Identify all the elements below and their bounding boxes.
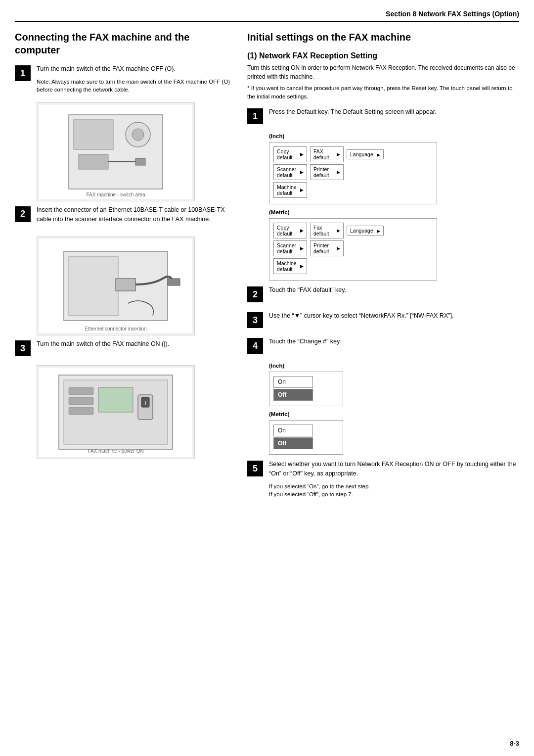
right-step-4-content: Touch the “Change #” key.: [269, 337, 519, 350]
svg-rect-4: [79, 154, 108, 169]
right-step-number-1: 1: [247, 108, 263, 124]
step-number-3: 3: [15, 340, 31, 356]
step-1-note: Note: Always make sure to turn the main …: [37, 78, 232, 94]
step-1-text: Turn the main switch of the FAX machine …: [37, 64, 232, 74]
note-text: * If you want to cancel the procedure pa…: [247, 84, 519, 100]
right-step-number-3: 3: [247, 312, 263, 328]
step-number-2: 2: [15, 206, 31, 222]
right-step-3: 3 Use the “▼” cursor key to select “Netw…: [247, 311, 519, 328]
right-step-5-note1: If you selected “On”, go to the next ste…: [269, 482, 519, 490]
screen-inch-row3: Machinedefault ▶: [273, 182, 433, 198]
right-step-2-text: Touch the “FAX default” key.: [269, 285, 519, 295]
screen-inch-row1: Copydefault ▶ FAXdefault ▶ Language ▶: [273, 146, 433, 162]
right-step-4-text: Touch the “Change #” key.: [269, 337, 519, 346]
right-step-2: 2 Touch the “FAX default” key.: [247, 285, 519, 302]
subsection-title: (1) Network FAX Reception Setting: [247, 51, 519, 60]
svg-rect-9: [69, 256, 118, 316]
right-step-number-5: 5: [247, 461, 263, 476]
svg-rect-15: [69, 387, 93, 395]
right-step-3-text: Use the “▼” cursor key to select “Networ…: [269, 311, 519, 321]
page: Section 8 Network FAX Settings (Option) …: [0, 0, 534, 756]
fax-default-btn-metric[interactable]: Faxdefault ▶: [310, 223, 344, 238]
off-btn-inch[interactable]: Off: [273, 389, 313, 401]
svg-rect-21: [98, 387, 133, 412]
left-step-3: 3 Turn the main switch of the FAX machin…: [15, 339, 232, 356]
step-number-1: 1: [15, 65, 31, 81]
left-column: Connecting the FAX machine and the compu…: [15, 31, 232, 507]
svg-rect-16: [69, 397, 93, 405]
image-fax-switch: FAX machine - switch area: [37, 102, 195, 201]
screen-metric-row1: Copydefault ▶ Faxdefault ▶ Language ▶: [273, 223, 433, 238]
copy-default-btn-inch[interactable]: Copydefault ▶: [273, 146, 307, 162]
right-step-1-content: Press the Default key. The Default Setti…: [269, 107, 519, 121]
on-btn-metric[interactable]: On: [273, 425, 313, 436]
label-metric-2: (Metric): [269, 411, 519, 417]
right-step-3-content: Use the “▼” cursor key to select “Networ…: [269, 311, 519, 325]
svg-rect-11: [168, 279, 180, 285]
language-btn-inch[interactable]: Language ▶: [347, 149, 384, 159]
right-step-1-text: Press the Default key. The Default Setti…: [269, 107, 519, 117]
screen-metric-row3: Machinedefault ▶: [273, 258, 433, 274]
printer-default-btn-metric[interactable]: Printerdefault ▶: [310, 240, 344, 256]
svg-rect-10: [116, 279, 135, 291]
right-step-number-4: 4: [247, 338, 263, 354]
right-step-5-note2: If you selected “Off”, go to step 7.: [269, 490, 519, 498]
right-step-4: 4 Touch the “Change #” key.: [247, 337, 519, 354]
svg-text:FAX machine - power ON: FAX machine - power ON: [88, 448, 143, 454]
left-step-1: 1 Turn the main switch of the FAX machin…: [15, 64, 232, 94]
header-text: Section 8 Network FAX Settings (Option): [386, 10, 519, 18]
main-columns: Connecting the FAX machine and the compu…: [15, 31, 519, 507]
language-btn-metric[interactable]: Language ▶: [347, 226, 384, 236]
page-footer: 8-3: [510, 740, 519, 747]
onoff-panel-metric: On Off: [269, 420, 343, 455]
copy-default-btn-metric[interactable]: Copydefault ▶: [273, 223, 307, 238]
step-3-text: Turn the main switch of the FAX machine …: [37, 339, 232, 349]
machine-default-btn-inch[interactable]: Machinedefault ▶: [273, 182, 307, 198]
onoff-panel-inch: On Off: [269, 372, 343, 406]
right-step-5: 5 Select whether you want to turn Networ…: [247, 460, 519, 498]
machine-default-btn-metric[interactable]: Machinedefault ▶: [273, 258, 307, 274]
svg-text:FAX machine - switch area: FAX machine - switch area: [87, 192, 145, 197]
image-connector: Ethernet connector insertion: [37, 236, 195, 335]
right-step-5-content: Select whether you want to turn Network …: [269, 460, 519, 498]
right-step-5-text: Select whether you want to turn Network …: [269, 460, 519, 478]
page-number: 8-3: [510, 740, 519, 747]
fax-switch-illustration: FAX machine - switch area: [39, 105, 192, 199]
right-column: Initial settings on the FAX machine (1) …: [247, 31, 519, 507]
scanner-default-btn-inch[interactable]: Scannerdefault ▶: [273, 164, 307, 180]
setting-screen-inch: Copydefault ▶ FAXdefault ▶ Language ▶ Sc…: [269, 142, 437, 204]
svg-text:|: |: [145, 400, 146, 405]
screen-metric-row2: Scannerdefault ▶ Printerdefault ▶: [273, 240, 433, 256]
fax-default-btn-inch[interactable]: FAXdefault ▶: [310, 146, 344, 162]
svg-rect-17: [69, 407, 93, 415]
scanner-default-btn-metric[interactable]: Scannerdefault ▶: [273, 240, 307, 256]
label-metric-1: (Metric): [269, 209, 519, 215]
off-btn-metric[interactable]: Off: [273, 437, 313, 449]
left-section-title: Connecting the FAX machine and the compu…: [15, 31, 232, 56]
power-on-illustration: | FAX machine - power ON: [39, 368, 192, 457]
right-step-number-2: 2: [247, 286, 263, 302]
svg-text:Ethernet connector insertion: Ethernet connector insertion: [85, 326, 146, 331]
right-step-2-content: Touch the “FAX default” key.: [269, 285, 519, 299]
screen-inch-row2: Scannerdefault ▶ Printerdefault ▶: [273, 164, 433, 180]
setting-screen-metric: Copydefault ▶ Faxdefault ▶ Language ▶ Sc…: [269, 218, 437, 281]
step-3-content: Turn the main switch of the FAX machine …: [37, 339, 232, 353]
right-step-1: 1 Press the Default key. The Default Set…: [247, 107, 519, 124]
printer-default-btn-inch[interactable]: Printerdefault ▶: [310, 164, 344, 180]
label-inch-1: (Inch): [269, 133, 519, 139]
right-section-title: Initial settings on the FAX machine: [247, 31, 519, 44]
connector-illustration: Ethernet connector insertion: [39, 239, 192, 333]
svg-rect-6: [135, 158, 145, 165]
on-btn-inch[interactable]: On: [273, 376, 313, 388]
step-2-text: Insert the connector of an Ethernet 10BA…: [37, 205, 232, 224]
svg-rect-1: [74, 120, 113, 149]
svg-point-3: [132, 129, 144, 141]
page-header: Section 8 Network FAX Settings (Option): [15, 10, 519, 22]
step-2-content: Insert the connector of an Ethernet 10BA…: [37, 205, 232, 228]
image-power-on: | FAX machine - power ON: [37, 365, 195, 459]
intro-text: Turn this setting ON in order to perform…: [247, 63, 519, 81]
label-inch-2: (Inch): [269, 363, 519, 369]
step-1-content: Turn the main switch of the FAX machine …: [37, 64, 232, 94]
left-step-2: 2 Insert the connector of an Ethernet 10…: [15, 205, 232, 228]
